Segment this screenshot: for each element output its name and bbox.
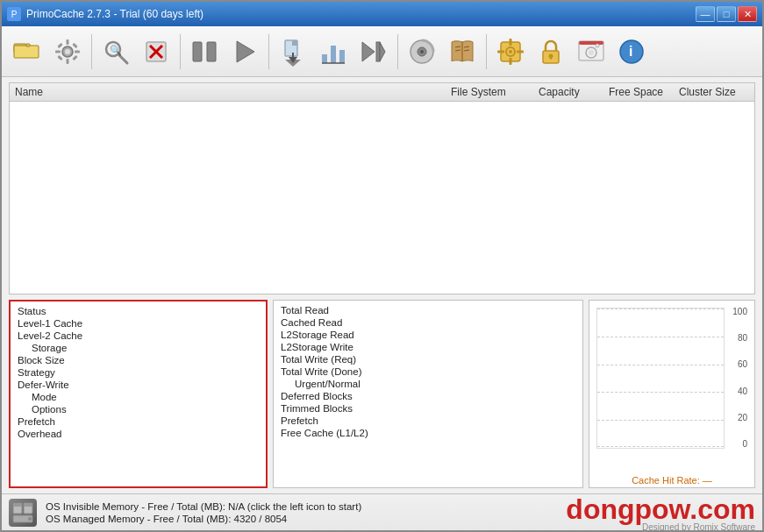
svg-rect-46 <box>510 58 512 65</box>
svg-rect-23 <box>292 40 297 46</box>
watermark-area: dongpow.com Designed by Romix Software <box>566 493 755 532</box>
drive-table-header: Name File System Capacity Free Space Clu… <box>10 83 754 102</box>
toolbar-sep-2 <box>180 34 181 69</box>
photo-icon <box>576 37 606 67</box>
svg-rect-28 <box>331 46 336 63</box>
svg-rect-29 <box>339 50 345 63</box>
stats-icon <box>318 37 348 67</box>
skip-icon <box>359 37 389 67</box>
gear-icon <box>53 37 82 67</box>
svg-marker-21 <box>237 41 254 62</box>
toolbar-search-button[interactable]: 🔍 <box>97 32 134 72</box>
status-line-2: OS Managed Memory - Free / Total (MB): 4… <box>46 513 557 525</box>
toolbar-config-button[interactable] <box>492 32 529 72</box>
toolbar-open-button[interactable] <box>9 32 46 72</box>
svg-rect-48 <box>517 50 524 53</box>
svg-point-55 <box>589 50 594 55</box>
watermark-site: dongpow.com <box>566 493 755 526</box>
toolbar-skip-button[interactable] <box>355 32 392 72</box>
toolbar-lock-button[interactable] <box>532 32 569 72</box>
y-axis: 100 80 60 40 20 0 <box>732 308 747 449</box>
status-bar: OS Invisible Memory - Free / Total (MB):… <box>2 493 762 530</box>
svg-rect-47 <box>497 50 504 53</box>
toolbar-sep-4 <box>397 34 398 69</box>
stat-item: L2Storage Write <box>281 341 575 353</box>
col-header-capacity: Capacity <box>539 86 609 98</box>
toolbar-photo-button[interactable] <box>573 32 610 72</box>
svg-rect-32 <box>376 42 380 61</box>
stat-item: Total Read <box>281 304 575 316</box>
svg-rect-27 <box>322 54 327 63</box>
minimize-button[interactable]: — <box>696 6 715 22</box>
toolbar-import-button[interactable] <box>275 32 311 72</box>
svg-rect-12 <box>72 42 77 47</box>
y-label-80: 80 <box>738 334 747 343</box>
stat-item: Urgent/Normal <box>281 378 575 390</box>
config-icon <box>496 37 525 67</box>
svg-marker-33 <box>380 42 385 61</box>
col-header-freespace: Free Space <box>609 86 679 98</box>
svg-rect-8 <box>75 50 80 53</box>
svg-text:🔍: 🔍 <box>110 44 122 56</box>
title-bar-left: P PrimoCache 2.7.3 - Trial (60 days left… <box>7 7 203 21</box>
col-header-filesystem: File System <box>451 86 539 98</box>
status-icon[interactable] <box>9 499 37 527</box>
toolbar-play-button[interactable] <box>226 32 263 72</box>
info-item: Level-2 Cache <box>18 330 259 342</box>
svg-rect-53 <box>579 41 603 45</box>
y-label-0: 0 <box>742 440 747 449</box>
svg-rect-51 <box>550 56 552 60</box>
grid-line-100 <box>597 309 724 309</box>
svg-rect-6 <box>67 59 69 64</box>
info-item: Strategy <box>18 366 259 379</box>
app-icon: P <box>7 7 21 21</box>
svg-rect-45 <box>510 39 512 46</box>
y-label-60: 60 <box>738 360 747 369</box>
info-icon: i <box>617 37 646 67</box>
chart-panel: 100 80 60 40 20 0 Cache Hit Rate: — <box>589 300 755 488</box>
drive-table: Name File System Capacity Free Space Clu… <box>9 82 755 294</box>
bottom-panels: StatusLevel-1 CacheLevel-2 CacheStorageB… <box>9 300 755 488</box>
import-icon <box>278 37 308 67</box>
grid-line-40 <box>597 392 724 393</box>
stat-item: L2Storage Read <box>281 329 575 341</box>
svg-rect-5 <box>67 39 69 45</box>
grid-line-0 <box>597 446 724 447</box>
grid-line-20 <box>597 420 724 421</box>
grid-line-60 <box>597 365 724 365</box>
svg-rect-2 <box>26 44 30 46</box>
y-label-40: 40 <box>738 387 747 396</box>
toolbar-stats-button[interactable] <box>315 32 352 72</box>
title-controls: — □ ✕ <box>696 6 757 22</box>
stat-item: Deferred Blocks <box>281 390 575 402</box>
info-item: Defer-Write <box>18 379 259 391</box>
stat-item: Trimmed Blocks <box>281 402 575 415</box>
toolbar-info-button[interactable]: i <box>613 32 650 72</box>
toolbar-settings-button[interactable] <box>49 32 86 72</box>
svg-point-56 <box>596 44 599 47</box>
toolbar-sep-3 <box>268 34 269 69</box>
svg-point-44 <box>509 50 512 53</box>
toolbar-disk-button[interactable] <box>403 32 440 72</box>
maximize-button[interactable]: □ <box>717 6 736 22</box>
main-window: P PrimoCache 2.7.3 - Trial (60 days left… <box>0 0 764 532</box>
toolbar-delete-button[interactable] <box>138 32 175 72</box>
delete-icon <box>141 37 171 67</box>
toolbar-sep-1 <box>91 34 92 69</box>
svg-point-64 <box>28 517 32 521</box>
toolbar-pause-button[interactable] <box>186 32 223 72</box>
grid-line-80 <box>597 337 724 337</box>
info-panel: StatusLevel-1 CacheLevel-2 CacheStorageB… <box>9 300 268 488</box>
toolbar: 🔍 <box>2 26 762 77</box>
stats-panel: Total ReadCached ReadL2Storage ReadL2Sto… <box>273 300 583 488</box>
svg-rect-7 <box>55 50 61 53</box>
info-item: Overhead <box>18 428 259 440</box>
close-button[interactable]: ✕ <box>738 6 757 22</box>
stat-item: Prefetch <box>281 415 575 427</box>
toolbar-book-button[interactable] <box>444 32 481 72</box>
status-text: OS Invisible Memory - Free / Total (MB):… <box>46 500 557 525</box>
info-item: Level-1 Cache <box>18 317 259 330</box>
chart-grid <box>596 308 725 449</box>
main-content: Name File System Capacity Free Space Clu… <box>2 77 762 493</box>
info-item: Status <box>18 305 259 317</box>
